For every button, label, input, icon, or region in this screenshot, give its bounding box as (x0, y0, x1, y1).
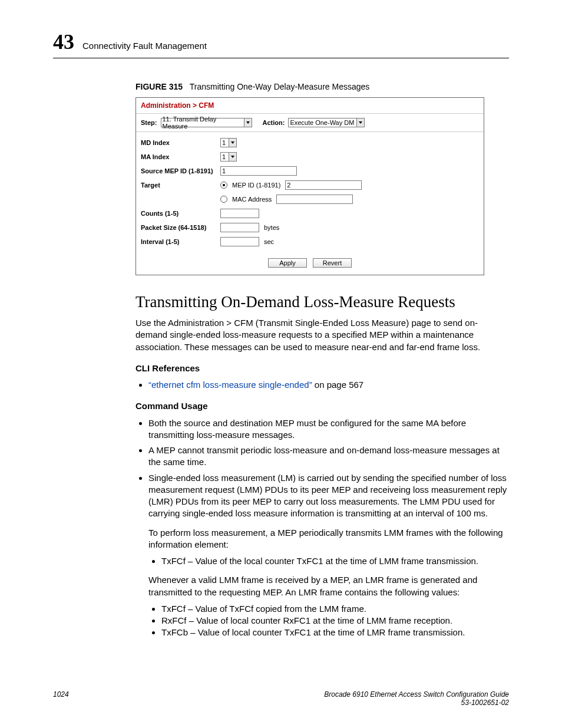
footer-guide-title: Brocade 6910 Ethernet Access Switch Conf… (324, 690, 509, 699)
interval-input[interactable] (220, 237, 259, 246)
chevron-down-icon (244, 118, 252, 127)
usage-sub-bullet: TxFCb – Value of local counter TxFC1 at … (161, 627, 509, 638)
target-mac-input[interactable] (276, 195, 353, 204)
section-heading: Transmitting On-Demand Loss-Measure Requ… (135, 293, 509, 311)
source-mep-label: Source MEP ID (1-8191) (141, 167, 220, 174)
counts-input[interactable] (220, 209, 259, 218)
chapter-title: Connectivity Fault Management (82, 41, 207, 51)
md-index-label: MD Index (141, 139, 220, 146)
intro-paragraph: Use the Administration > CFM (Transmit S… (135, 317, 509, 353)
packet-size-unit: bytes (264, 224, 279, 231)
apply-button[interactable]: Apply (268, 258, 307, 268)
figure-caption: FIGURE 315 Transmitting One-Way Delay-Me… (135, 82, 509, 91)
step-select[interactable]: 11. Transmit Delay Measure (161, 118, 252, 127)
usage-bullet: A MEP cannot transmit periodic loss-meas… (148, 444, 509, 469)
page-footer: 1024 Brocade 6910 Ethernet Access Switch… (53, 690, 509, 707)
interval-unit: sec (264, 238, 274, 245)
chevron-down-icon (229, 139, 236, 147)
figure-label: FIGURE 315 (135, 82, 183, 91)
step-label: Step: (141, 119, 157, 126)
target-mepid-input[interactable]: 2 (285, 180, 362, 190)
action-label: Action: (263, 119, 285, 126)
action-value: Execute One-Way DM (290, 119, 354, 126)
counts-label: Counts (1-5) (141, 210, 220, 217)
cli-references-heading: CLI References (135, 363, 509, 374)
action-select[interactable]: Execute One-Way DM (288, 118, 365, 127)
running-header: 43 Connectivity Fault Management (53, 29, 509, 58)
packet-size-label: Packet Size (64-1518) (141, 224, 220, 231)
cli-reference-link[interactable]: “ethernet cfm loss-measure single-ended” (148, 380, 312, 390)
target-label: Target (141, 182, 220, 189)
md-index-select[interactable]: 1 (220, 138, 237, 147)
interval-label: Interval (1-5) (141, 238, 220, 245)
chapter-number: 43 (53, 29, 74, 54)
packet-size-input[interactable] (220, 223, 259, 232)
source-mep-input[interactable]: 1 (220, 166, 297, 176)
step-value: 11. Transmit Delay Measure (163, 116, 243, 130)
usage-bullet: Both the source and destination MEP must… (148, 417, 509, 442)
cli-reference-item: “ethernet cfm loss-measure single-ended”… (148, 379, 509, 391)
cfm-screenshot: Administration > CFM Step: 11. Transmit … (135, 97, 484, 275)
target-mepid-label: MEP ID (1-8191) (232, 182, 280, 189)
target-mepid-radio[interactable] (220, 182, 227, 189)
md-index-value: 1 (222, 139, 226, 146)
command-usage-heading: Command Usage (135, 400, 509, 412)
usage-sub-bullet: TxFCf – Value of the local counter TxFC1… (161, 555, 509, 567)
ma-index-select[interactable]: 1 (220, 152, 237, 162)
usage-bullet: Single-ended loss measurement (LM) is ca… (148, 472, 509, 639)
figure-caption-text: Transmitting One-Way Delay-Measure Messa… (190, 82, 370, 91)
ma-index-value: 1 (222, 153, 226, 160)
ma-index-label: MA Index (141, 153, 220, 160)
target-mac-radio[interactable] (220, 196, 227, 203)
usage-sub-bullet: RxFCf – Value of local counter RxFC1 at … (161, 615, 509, 627)
cli-reference-suffix: on page 567 (312, 380, 364, 390)
chevron-down-icon (229, 153, 236, 161)
page-number: 1024 (53, 690, 69, 707)
breadcrumb: Administration > CFM (136, 98, 484, 114)
usage-paragraph: Whenever a valid LMM frame is received b… (148, 574, 509, 598)
chevron-down-icon (356, 118, 364, 127)
usage-sub-bullet: TxFCf – Value of TxFCf copied from the L… (161, 603, 509, 615)
footer-doc-number: 53-1002651-02 (324, 699, 509, 707)
usage-paragraph: To perform loss measurement, a MEP perio… (148, 527, 509, 551)
target-mac-label: MAC Address (232, 196, 272, 203)
revert-button[interactable]: Revert (313, 258, 352, 268)
